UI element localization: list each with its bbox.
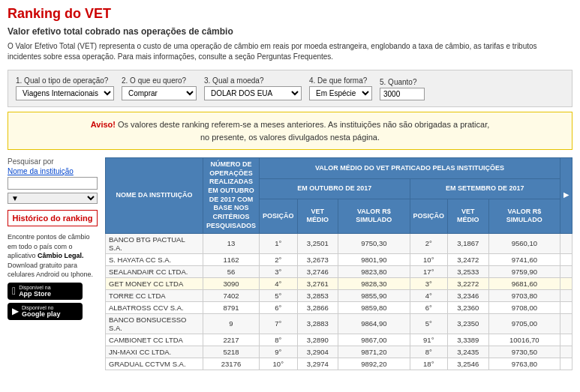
subtitle: Valor efetivo total cobrado nas operaçõe…	[0, 25, 580, 40]
cell-nav	[560, 301, 572, 313]
filter-currency: 3. Qual a moeda? DOLAR DOS EUA	[204, 76, 302, 100]
col-pos-sep: POSIÇÃO	[410, 199, 448, 233]
cell-pos-oct: 10°	[260, 358, 298, 370]
cell-vet-oct: 3,2904	[297, 346, 338, 358]
cell-nav	[560, 289, 572, 301]
cell-vet-sep: 3,2272	[448, 277, 489, 289]
cell-vet-oct: 3,2673	[297, 253, 338, 265]
app-name: Câmbio Legal.	[38, 252, 84, 259]
app-store-main: App Store	[19, 290, 51, 298]
cell-pos-oct: 3°	[260, 265, 298, 277]
cell-vet-sep: 3,2350	[448, 313, 489, 334]
filter-operation-select[interactable]: Viagens Internacionais	[16, 86, 114, 100]
ranking-table: NOME DA INSTITUIÇÃO NÚMERO DE OPERAÇÕES …	[105, 157, 572, 370]
cell-nav	[560, 265, 572, 277]
cell-pos-sep: 18°	[410, 358, 448, 370]
google-play-badge[interactable]: ▶ Disponível no Google play	[8, 303, 83, 320]
cell-vet-oct: 3,2866	[297, 301, 338, 313]
cell-name: GET MONEY CC LTDA	[106, 277, 203, 289]
google-play-sub: Disponível no	[22, 305, 61, 310]
nav-right-arrow[interactable]: ▶	[560, 158, 572, 234]
cell-nav	[560, 313, 572, 334]
cell-nav	[560, 277, 572, 289]
cell-rs-sep: 9708,00	[488, 301, 560, 313]
cell-pos-oct: 9°	[260, 346, 298, 358]
filter-method-select[interactable]: Em Espécie	[309, 86, 372, 100]
search-select[interactable]: ▼	[8, 193, 98, 204]
filter-action: 2. O que eu quero? Comprar	[122, 76, 197, 100]
cell-vet-sep: 3,2546	[448, 358, 489, 370]
cell-nav	[560, 253, 572, 265]
cell-pos-oct: 4°	[260, 277, 298, 289]
promo-text: Encontre pontos de câmbio em todo o país…	[8, 232, 98, 280]
filter-method: 4. De que forma? Em Espécie	[309, 76, 372, 100]
cell-vet-oct: 3,2761	[297, 277, 338, 289]
cell-pos-sep: 91°	[410, 334, 448, 346]
description: O Valor Efetivo Total (VET) representa o…	[0, 40, 580, 67]
cell-ops: 2217	[203, 334, 260, 346]
app-store-badge[interactable]:  Disponível na App Store	[8, 283, 83, 300]
search-option[interactable]: Nome da instituição	[8, 167, 98, 175]
cell-ops: 56	[203, 265, 260, 277]
cell-rs-oct: 9859,80	[338, 301, 410, 313]
table-row: TORRE CC LTDA 7402 5° 3,2853 9855,90 4° …	[106, 289, 572, 301]
cell-vet-sep: 3,1867	[448, 233, 489, 253]
cell-rs-oct: 9828,30	[338, 277, 410, 289]
cell-name: SEALANDAIR CC LTDA.	[106, 265, 203, 277]
cell-ops: 9	[203, 313, 260, 334]
cell-name: JN-MAXI CC LTDA.	[106, 346, 203, 358]
col-vet-sep: VET MÉDIO	[448, 199, 489, 233]
cell-rs-sep: 9730,50	[488, 346, 560, 358]
filter-operation-label: 1. Qual o tipo de operação?	[16, 76, 114, 85]
cell-rs-oct: 9823,80	[338, 265, 410, 277]
cell-rs-oct: 9855,90	[338, 289, 410, 301]
oct-header: EM OUTUBRO DE 2017	[260, 178, 410, 199]
filter-currency-select[interactable]: DOLAR DOS EUA	[204, 86, 302, 100]
table-row: BANCO BONSUCESSO S.A. 9 7° 3,2883 9864,9…	[106, 313, 572, 334]
filter-method-label: 4. De que forma?	[309, 76, 372, 85]
cell-rs-oct: 9867,00	[338, 334, 410, 346]
cell-name: TORRE CC LTDA	[106, 289, 203, 301]
cell-pos-oct: 5°	[260, 289, 298, 301]
cell-ops: 8791	[203, 301, 260, 313]
table-row: SEALANDAIR CC LTDA. 56 3° 3,2746 9823,80…	[106, 265, 572, 277]
warning-label: Aviso!	[91, 120, 116, 129]
cell-rs-sep: 9681,60	[488, 277, 560, 289]
table-row: BANCO BTG PACTUAL S.A. 13 1° 3,2501 9750…	[106, 233, 572, 253]
cell-pos-sep: 5°	[410, 313, 448, 334]
cell-rs-oct: 9801,90	[338, 253, 410, 265]
filter-amount-input[interactable]	[380, 88, 425, 100]
col-vet-oct: VET MÉDIO	[297, 199, 338, 233]
cell-pos-sep: 10°	[410, 253, 448, 265]
cell-vet-sep: 3,2360	[448, 301, 489, 313]
cell-vet-sep: 3,2533	[448, 265, 489, 277]
col-rs-oct: VALOR R$ SIMULADO	[338, 199, 410, 233]
cell-rs-sep: 9705,00	[488, 313, 560, 334]
cell-name: BANCO BTG PACTUAL S.A.	[106, 233, 203, 253]
cell-nav	[560, 346, 572, 358]
cell-vet-oct: 3,2883	[297, 313, 338, 334]
warning-box: Aviso! Os valores deste ranking referem-…	[8, 112, 572, 150]
cell-vet-sep: 3,3389	[448, 334, 489, 346]
google-play-main: Google play	[22, 310, 61, 318]
cell-rs-oct: 9892,20	[338, 358, 410, 370]
cell-pos-oct: 6°	[260, 301, 298, 313]
col-ops-header: NÚMERO DE OPERAÇÕES REALIZADAS EM OUTUBR…	[203, 158, 260, 234]
cell-vet-oct: 3,2890	[297, 334, 338, 346]
cell-pos-oct: 1°	[260, 233, 298, 253]
page-title: Ranking do VET	[0, 0, 580, 25]
cell-pos-sep: 2°	[410, 233, 448, 253]
table-row: ALBATROSS CCV S.A. 8791 6° 3,2866 9859,8…	[106, 301, 572, 313]
cell-pos-sep: 3°	[410, 277, 448, 289]
cell-name: ALBATROSS CCV S.A.	[106, 301, 203, 313]
vet-header: VALOR MÉDIO DO VET PRATICADO PELAS INSTI…	[260, 158, 560, 179]
cell-rs-oct: 9871,20	[338, 346, 410, 358]
cell-rs-sep: 10016,70	[488, 334, 560, 346]
cell-pos-sep: 17°	[410, 265, 448, 277]
table-row: GRADUAL CCTVM S.A. 23176 10° 3,2974 9892…	[106, 358, 572, 370]
history-link[interactable]: Histórico do ranking	[8, 210, 98, 226]
filter-action-select[interactable]: Comprar	[122, 86, 197, 100]
search-input[interactable]	[8, 177, 98, 190]
google-play-icon: ▶	[12, 306, 19, 316]
cell-ops: 13	[203, 233, 260, 253]
